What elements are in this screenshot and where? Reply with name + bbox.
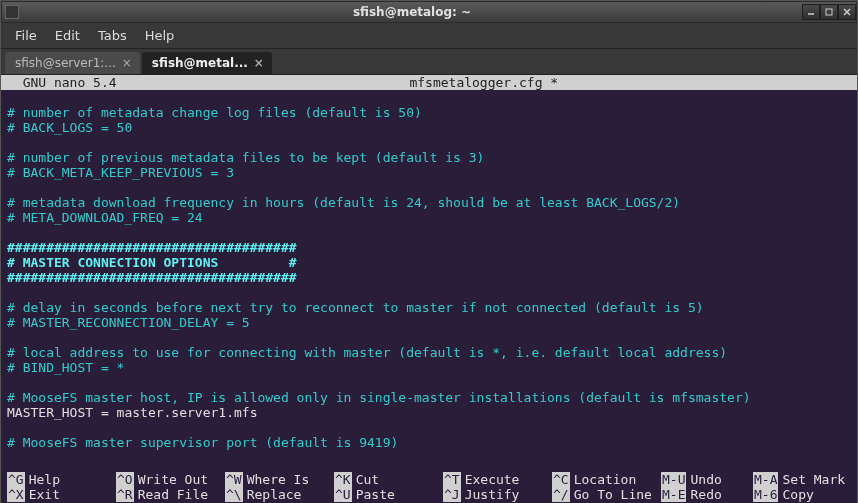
window-titlebar: sfish@metalog: ~ [1,1,857,23]
shortcut-justify: ^JJustify [443,487,552,502]
tab-label: sfish@server1:... [15,56,116,70]
editor-line: # MooseFS master host, IP is allowed onl… [7,390,851,405]
editor-line: # local address to use for connecting wi… [7,345,851,360]
tab-metalog[interactable]: sfish@metal... × [142,52,272,74]
close-icon[interactable]: × [122,56,132,70]
editor-line: # number of previous metadata files to b… [7,150,851,165]
menu-help[interactable]: Help [137,25,183,46]
nano-version: GNU nano 5.4 [1,75,117,90]
editor-line: ##################################### [7,240,851,255]
editor-line: # BACK_LOGS = 50 [7,120,851,135]
tab-server1[interactable]: sfish@server1:... × [5,52,140,74]
shortcut-readfile: ^RRead File [116,487,225,502]
tab-bar: sfish@server1:... × sfish@metal... × [1,49,857,75]
maximize-button[interactable] [820,4,838,20]
editor-line: # MASTER_RECONNECTION_DELAY = 5 [7,315,851,330]
shortcut-whereis: ^WWhere Is [225,472,334,487]
shortcut-paste: ^UPaste [334,487,443,502]
svg-rect-1 [826,9,832,15]
editor-line: # number of metadata change log files (d… [7,105,851,120]
menu-file[interactable]: File [7,25,45,46]
shortcut-replace: ^\Replace [225,487,334,502]
editor-line: ##################################### [7,270,851,285]
close-button[interactable] [838,4,856,20]
shortcut-setmark: M-ASet Mark [753,472,857,487]
editor-line: # META_DOWNLOAD_FREQ = 24 [7,210,851,225]
editor-line: # BACK_META_KEEP_PREVIOUS = 3 [7,165,851,180]
editor-body[interactable]: # number of metadata change log files (d… [1,90,857,450]
menu-tabs[interactable]: Tabs [90,25,135,46]
editor-line: # metadata download frequency in hours (… [7,195,851,210]
shortcut-help: ^GHelp [7,472,116,487]
shortcut-exit: ^XExit [7,487,116,502]
shortcut-cut: ^KCut [334,472,443,487]
shortcut-redo: M-ERedo [661,487,753,502]
shortcut-writeout: ^OWrite Out [116,472,225,487]
tab-label: sfish@metal... [152,56,248,70]
editor-line: MASTER_HOST = master.server1.mfs [7,405,851,420]
window-icon [2,5,22,19]
menu-edit[interactable]: Edit [47,25,88,46]
editor-line: # BIND_HOST = * [7,360,851,375]
window-title: sfish@metalog: ~ [22,5,802,19]
minimize-button[interactable] [802,4,820,20]
shortcut-undo: M-UUndo [661,472,753,487]
editor-line: # MooseFS master supervisor port (defaul… [7,435,851,450]
menu-bar: File Edit Tabs Help [1,23,857,49]
shortcut-location: ^CLocation [552,472,661,487]
editor-line: # MASTER CONNECTION OPTIONS # [7,255,851,270]
close-icon[interactable]: × [254,56,264,70]
terminal-area[interactable]: GNU nano 5.4 mfsmetalogger.cfg * # numbe… [1,75,857,503]
editor-line: # delay in seconds before next try to re… [7,300,851,315]
shortcut-execute: ^TExecute [443,472,552,487]
shortcut-copy: M-6Copy [753,487,857,502]
nano-filename: mfsmetalogger.cfg * [117,75,851,90]
nano-header: GNU nano 5.4 mfsmetalogger.cfg * [1,75,857,90]
nano-footer: ^GHelp ^OWrite Out ^WWhere Is ^KCut ^TEx… [1,472,857,503]
shortcut-gotoline: ^/Go To Line [552,487,661,502]
